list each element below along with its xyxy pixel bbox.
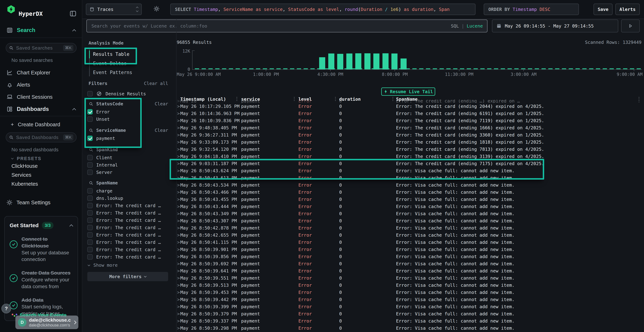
date-range-picker[interactable]: May 26 09:14:55 - May 27 09:14:55 <box>492 20 618 32</box>
sidebar-item-dashboards[interactable]: Dashboards <box>0 104 82 114</box>
row-expand-chevron[interactable]: > <box>177 226 180 230</box>
chevron-up-icon[interactable] <box>72 108 76 112</box>
row-expand-chevron[interactable]: > <box>177 154 180 159</box>
language-lucene[interactable]: Lucene <box>467 24 483 28</box>
user-menu[interactable]: D dale@clickhouse.com dale@clickhouse.co… <box>16 316 78 329</box>
checkbox-unchecked[interactable] <box>87 232 93 238</box>
source-settings-gear-icon[interactable] <box>154 6 160 12</box>
search-icon[interactable] <box>89 102 94 106</box>
filter-item[interactable]: Error: The credit card … <box>87 247 161 252</box>
row-expand-chevron[interactable]: > <box>177 168 180 173</box>
language-sql[interactable]: SQL <box>451 24 459 28</box>
filter-item[interactable]: Error: The credit card … <box>87 232 161 238</box>
brand-title[interactable]: HyperDX <box>18 10 43 17</box>
checkbox-unchecked[interactable] <box>87 162 93 168</box>
sidebar-item-search[interactable]: Search <box>0 24 82 36</box>
table-row-highlighted[interactable]: >May 26 9:03:31.187 PMpaymentError0Error… <box>176 160 644 167</box>
query-language-toggle[interactable]: SQL | Lucene <box>451 24 483 28</box>
search-icon[interactable] <box>89 128 94 133</box>
search-icon[interactable] <box>89 148 94 152</box>
table-row[interactable]: >May 26 9:32:54.120 PMpaymentError0Error… <box>176 146 644 153</box>
analysis-mode-results-table[interactable]: Results Table <box>93 52 130 57</box>
table-row[interactable]: >May 26 9:48:38.405 PMpaymentError0Error… <box>176 124 644 131</box>
checkbox-unchecked[interactable] <box>87 247 93 252</box>
saved-dashboards-input[interactable]: ⌘K <box>6 132 76 142</box>
filter-item[interactable]: Error: The credit card … <box>87 254 161 260</box>
sidebar-item-chart-explorer[interactable]: Chart Explorer <box>0 68 82 78</box>
row-expand-chevron[interactable]: > <box>177 100 180 103</box>
checkbox-unchecked[interactable] <box>87 218 93 223</box>
run-query-button[interactable] <box>621 20 640 32</box>
saved-dashboards-field[interactable] <box>16 134 61 140</box>
analysis-mode-event-patterns[interactable]: Event Patterns <box>93 70 132 75</box>
checkbox-unchecked[interactable] <box>87 155 93 160</box>
table-row-highlighted[interactable]: >May 26 8:50:43.624 PMpaymentError0Error… <box>176 167 644 174</box>
row-expand-chevron[interactable]: > <box>177 276 180 281</box>
row-expand-chevron[interactable]: > <box>177 190 180 195</box>
table-row[interactable]: >May 26 10:17:29.105 PMpaymentError0Erro… <box>176 103 644 110</box>
save-button[interactable]: Save <box>594 4 612 15</box>
alerts-button[interactable]: Alerts <box>616 4 640 15</box>
saved-searches-input[interactable]: ⌘K <box>6 43 76 53</box>
table-row[interactable]: >May 26 8:50:39.856 PMpaymentError0Error… <box>176 253 644 260</box>
presets-toggle[interactable]: PRESETS <box>0 155 82 162</box>
table-row[interactable]: >May 26 8:50:43.349 PMpaymentError0Error… <box>176 210 644 217</box>
order-by-editor[interactable]: ORDER BY Timestamp DESC <box>484 4 579 15</box>
checkbox-unchecked[interactable] <box>87 225 93 230</box>
get-started-item[interactable]: Create Data SourcesConfigure where your … <box>10 270 73 290</box>
more-filters-button[interactable]: More filters <box>87 272 168 281</box>
row-expand-chevron[interactable]: > <box>177 240 180 245</box>
filter-item[interactable]: Error: The credit card … <box>87 203 161 208</box>
row-expand-chevron[interactable]: > <box>177 147 180 152</box>
analysis-mode-event-deltas[interactable]: Event Deltas <box>93 61 127 66</box>
table-row[interactable]: >May 26 8:50:41.115 PMpaymentError0Error… <box>176 238 644 246</box>
table-row[interactable]: >May 26 8:50:39.901 PMpaymentError0Error… <box>176 246 644 253</box>
chevron-up-icon[interactable] <box>72 29 76 33</box>
checkbox-unchecked[interactable] <box>87 254 93 260</box>
row-expand-chevron[interactable]: > <box>177 104 180 109</box>
event-search-bar[interactable]: SQL | Lucene <box>86 20 488 32</box>
row-expand-chevron[interactable]: > <box>177 261 180 266</box>
row-expand-chevron[interactable]: > <box>177 304 180 309</box>
filter-item[interactable]: Error: The credit card … <box>87 240 161 245</box>
sidebar-item-team-settings[interactable]: Team Settings <box>0 198 82 208</box>
clipped-row-content[interactable]: >May 26paymentError0Error: The credit ca… <box>176 100 644 103</box>
table-row[interactable]: >May 26 9:04:18.410 PMpaymentError0Error… <box>176 153 644 160</box>
row-expand-chevron[interactable]: > <box>177 232 180 238</box>
table-row[interactable]: >May 26 8:50:43.466 PMpaymentError0Error… <box>176 188 644 196</box>
table-row[interactable]: >May 26 8:50:39.442 PMpaymentError0Error… <box>176 296 644 303</box>
table-row[interactable]: >May 26 9:33:09.173 PMpaymentError0Error… <box>176 138 644 146</box>
table-row[interactable]: >May 26 8:50:43.444 PMpaymentError0Error… <box>176 203 644 210</box>
table-row[interactable]: >May 26 8:50:43.455 PMpaymentError0Error… <box>176 196 644 203</box>
checkbox-unchecked[interactable] <box>87 116 93 122</box>
checkbox-checked[interactable] <box>87 136 93 141</box>
row-expand-chevron[interactable]: > <box>177 247 180 252</box>
table-row[interactable]: >May 26 8:50:43.307 PMpaymentError0Error… <box>176 217 644 224</box>
preset-item-kubernetes[interactable]: Kubernetes <box>12 181 38 187</box>
checkbox-unchecked[interactable] <box>87 203 93 208</box>
table-row[interactable]: >May 26 8:50:39.513 PMpaymentError0Error… <box>176 282 644 289</box>
table-row[interactable]: >May 26 8:50:39.453 PMpaymentError0Error… <box>176 289 644 296</box>
row-expand-chevron[interactable]: > <box>177 204 180 209</box>
help-button[interactable]: ? <box>2 304 11 314</box>
row-expand-chevron[interactable]: > <box>177 268 180 274</box>
table-row[interactable]: >May 26 8:50:39.337 PMpaymentError0Error… <box>176 317 644 324</box>
row-expand-chevron[interactable]: > <box>177 118 180 123</box>
sql-select-editor[interactable]: SELECT Timestamp, ServiceName as service… <box>170 4 476 15</box>
row-expand-chevron[interactable]: > <box>177 318 180 324</box>
clear-all-button[interactable]: Clear all <box>143 81 168 86</box>
filter-item[interactable]: Server <box>87 170 112 175</box>
source-select[interactable]: Traces <box>86 4 142 15</box>
chevron-up-icon[interactable] <box>70 224 73 228</box>
table-row[interactable]: >May 26 8:50:42.878 PMpaymentError0Error… <box>176 224 644 232</box>
preset-item-clickhouse[interactable]: ClickHouse <box>12 163 38 169</box>
row-expand-chevron[interactable]: > <box>177 175 180 180</box>
table-row[interactable]: >May 26 9:36:27.311 PMpaymentError0Error… <box>176 131 644 138</box>
filter-item[interactable]: Error: The credit card … <box>87 218 161 223</box>
filter-item[interactable]: payment <box>87 136 115 141</box>
denoise-checkbox[interactable] <box>87 91 93 96</box>
create-dashboard-button[interactable]: + Create Dashboard <box>0 120 82 129</box>
row-expand-chevron[interactable]: > <box>177 211 180 216</box>
search-icon[interactable] <box>89 181 94 185</box>
filter-item[interactable]: Error: The credit card … <box>87 225 161 230</box>
